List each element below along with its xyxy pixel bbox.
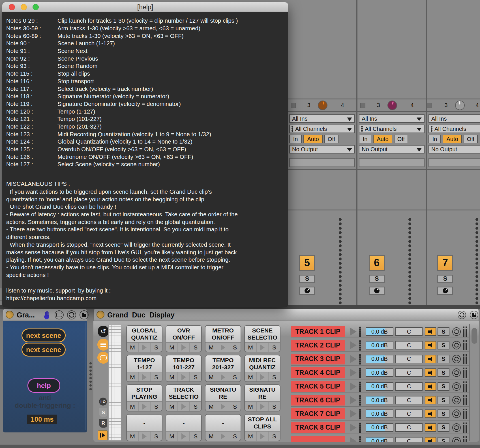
monitor-state-button[interactable] bbox=[299, 287, 315, 295]
mute-button[interactable]: M bbox=[166, 343, 177, 352]
input-channel-dropdown[interactable]: All Channels bbox=[359, 125, 425, 133]
pan-square[interactable] bbox=[360, 103, 365, 108]
pan-field[interactable]: C bbox=[395, 327, 423, 336]
track-clip-label[interactable]: TRACK 6 CLIP bbox=[291, 395, 345, 406]
action-cell-title[interactable]: TEMPO101-227 bbox=[166, 355, 201, 372]
play-button[interactable] bbox=[177, 343, 189, 352]
action-cell-title[interactable]: OVRON/OFF bbox=[166, 326, 201, 343]
scrollbar-thumb[interactable] bbox=[472, 328, 477, 344]
action-cell-title[interactable]: GLOBALQUANTIZ bbox=[127, 326, 162, 343]
action-cell-title[interactable]: TEMPO1-127 bbox=[127, 355, 162, 372]
action-cell-title[interactable]: - bbox=[205, 415, 241, 432]
pan-field[interactable]: C bbox=[395, 355, 423, 363]
clip-launch-triangle[interactable] bbox=[350, 437, 357, 442]
solo-button[interactable]: S bbox=[189, 343, 201, 352]
mute-button[interactable]: M bbox=[166, 432, 177, 441]
solo-button[interactable]: S bbox=[438, 382, 449, 391]
mute-button[interactable]: M bbox=[127, 432, 138, 441]
track-activator-button[interactable] bbox=[425, 327, 436, 336]
track-clip-label[interactable]: TRACK 4 CLIP bbox=[291, 367, 345, 378]
hot-swap-icon[interactable]: ↺ bbox=[98, 326, 109, 337]
device-drag-handle-dots[interactable] bbox=[89, 362, 92, 391]
mute-button[interactable]: M bbox=[205, 402, 217, 411]
solo-button[interactable]: S bbox=[437, 275, 453, 283]
refresh-button[interactable] bbox=[452, 409, 461, 418]
refresh-button[interactable] bbox=[452, 382, 461, 391]
pan-knob[interactable] bbox=[318, 101, 327, 110]
solo-button[interactable]: S bbox=[438, 355, 449, 363]
volume-field[interactable]: 0.0 dB bbox=[366, 327, 393, 336]
volume-field[interactable]: 0.0 dB bbox=[366, 355, 393, 363]
monitor-in-button[interactable]: In bbox=[289, 135, 302, 143]
device-on-toggle[interactable] bbox=[6, 311, 14, 319]
io-button[interactable]: I·O bbox=[99, 398, 107, 406]
play-button[interactable] bbox=[138, 343, 150, 352]
solo-tab[interactable]: S bbox=[99, 408, 107, 417]
action-cell-title[interactable]: SIGNATURE bbox=[245, 385, 280, 402]
output-type-dropdown[interactable]: No Output bbox=[359, 145, 425, 153]
action-cell-title[interactable]: METROON/OFF bbox=[205, 326, 241, 343]
track-activator-button[interactable] bbox=[425, 437, 436, 442]
clip-launch-triangle[interactable] bbox=[350, 355, 357, 363]
track-clip-label[interactable]: TRACK 3 CLIP bbox=[291, 354, 345, 364]
mute-button[interactable]: M bbox=[205, 372, 217, 382]
track-clip-label[interactable]: TRACK 1 CLIP bbox=[291, 326, 345, 337]
action-cell-title[interactable]: STOP ALLCLIPS bbox=[245, 415, 280, 432]
solo-button[interactable]: S bbox=[229, 402, 241, 411]
solo-button[interactable]: S bbox=[438, 409, 449, 418]
play-button[interactable] bbox=[177, 372, 189, 382]
track-clip-label[interactable]: TRACK 5 CLIP bbox=[291, 381, 345, 392]
solo-button[interactable]: S bbox=[438, 423, 449, 432]
bandcamp-url[interactable]: https://chapelierfou.bandcamp.com bbox=[6, 295, 97, 302]
pan-field[interactable]: C bbox=[395, 341, 423, 349]
clip-launch-triangle[interactable] bbox=[350, 369, 357, 377]
action-cell-title[interactable]: MIDI RECQUANTIZ bbox=[245, 355, 280, 372]
pan-knob[interactable] bbox=[387, 101, 397, 110]
solo-button[interactable]: S bbox=[150, 432, 162, 441]
refresh-button[interactable] bbox=[452, 396, 461, 404]
pan-field[interactable]: C bbox=[395, 423, 423, 432]
track-activator-button[interactable] bbox=[425, 423, 436, 432]
refresh-button[interactable] bbox=[452, 355, 461, 363]
debounce-ms-field[interactable]: 100 ms bbox=[27, 415, 57, 424]
volume-field[interactable]: 0.0 dB bbox=[366, 341, 393, 349]
play-button[interactable] bbox=[217, 372, 229, 382]
track-number-tile[interactable]: 5 bbox=[299, 255, 315, 271]
monitor-off-button[interactable]: Off bbox=[324, 135, 338, 143]
record-tab[interactable]: R bbox=[99, 419, 107, 428]
monitor-auto-button[interactable]: Auto bbox=[303, 135, 323, 143]
help-button[interactable]: help bbox=[27, 378, 60, 393]
refresh-button[interactable] bbox=[452, 437, 461, 442]
monitor-off-button[interactable]: Off bbox=[464, 135, 478, 143]
volume-field[interactable]: 0.0 dB bbox=[366, 382, 393, 391]
action-cell-title[interactable]: TRACKSELECTIO bbox=[166, 385, 201, 402]
play-button[interactable] bbox=[256, 343, 268, 352]
mute-button[interactable]: M bbox=[127, 402, 138, 411]
solo-button[interactable]: S bbox=[268, 402, 280, 411]
track-number-tile[interactable]: 6 bbox=[369, 255, 385, 271]
refresh-button[interactable] bbox=[452, 423, 461, 432]
solo-button[interactable]: S bbox=[438, 437, 449, 442]
volume-field[interactable]: 0.0 dB bbox=[366, 437, 393, 442]
solo-button[interactable]: S bbox=[189, 402, 201, 411]
track-clip-label[interactable]: TRACK 7 CLIP bbox=[291, 408, 345, 419]
solo-button[interactable]: S bbox=[229, 372, 241, 382]
track-number-tile[interactable]: 7 bbox=[437, 255, 453, 271]
action-cell-title[interactable]: TEMPO201-327 bbox=[205, 355, 241, 372]
input-type-dropdown[interactable]: All Ins bbox=[289, 114, 355, 123]
device-on-toggle[interactable] bbox=[97, 311, 104, 319]
action-cell-title[interactable]: SCENESELECTIO bbox=[245, 326, 280, 343]
clip-launch-triangle[interactable] bbox=[350, 383, 357, 391]
pan-square[interactable] bbox=[291, 103, 296, 108]
track-activator-button[interactable] bbox=[425, 355, 436, 363]
patching-mode-icon[interactable] bbox=[55, 310, 64, 319]
monitor-auto-button[interactable]: Auto bbox=[373, 135, 392, 143]
input-channel-dropdown[interactable]: All Channels bbox=[289, 125, 355, 133]
play-button[interactable] bbox=[256, 402, 268, 411]
solo-button[interactable]: S bbox=[150, 372, 162, 382]
refresh-button[interactable] bbox=[452, 368, 461, 377]
play-button[interactable] bbox=[217, 343, 229, 352]
solo-button[interactable]: S bbox=[438, 327, 449, 336]
play-button[interactable] bbox=[256, 432, 268, 441]
reload-icon[interactable] bbox=[458, 311, 466, 319]
